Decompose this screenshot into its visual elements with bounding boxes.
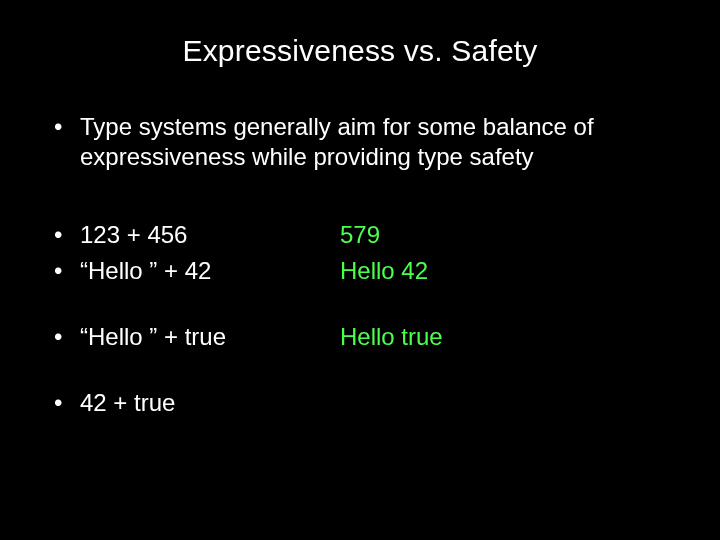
expression: “Hello ” + true — [80, 322, 226, 352]
example-row: “Hello ” + 42 Hello 42 — [40, 256, 680, 286]
slide: Expressiveness vs. Safety Type systems g… — [0, 0, 720, 540]
expression: 123 + 456 — [80, 220, 187, 250]
slide-title: Expressiveness vs. Safety — [40, 34, 680, 68]
result: Hello true — [340, 322, 443, 352]
example-row: 123 + 456 579 — [40, 220, 680, 250]
intro-bullet: Type systems generally aim for some bala… — [40, 112, 680, 172]
example-row: “Hello ” + true Hello true — [40, 322, 680, 352]
expression: 42 + true — [80, 388, 175, 418]
intro-text: Type systems generally aim for some bala… — [80, 113, 594, 170]
bullet-list: Type systems generally aim for some bala… — [40, 112, 680, 418]
result: Hello 42 — [340, 256, 428, 286]
result: 579 — [340, 220, 380, 250]
example-row: 42 + true — [40, 388, 680, 418]
expression: “Hello ” + 42 — [80, 256, 211, 286]
